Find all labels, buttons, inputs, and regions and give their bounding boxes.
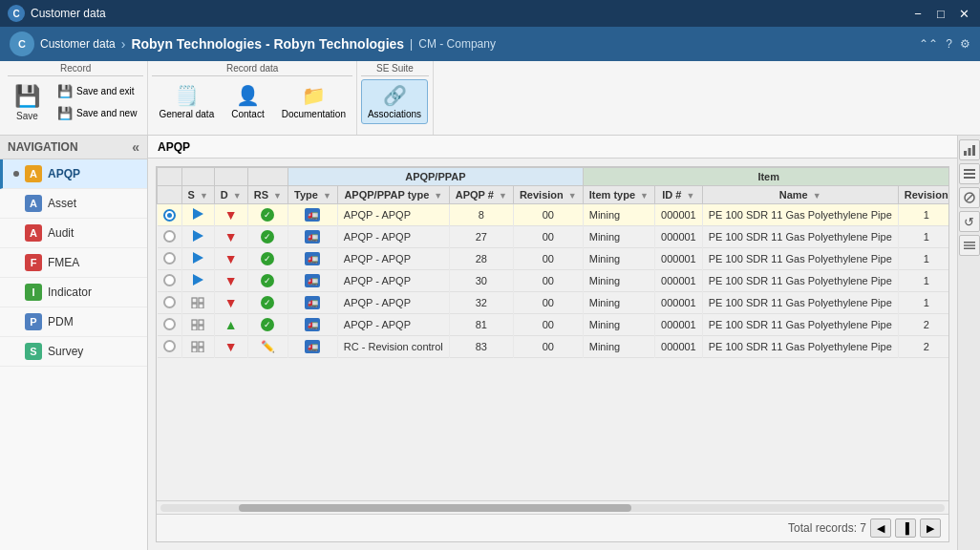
current-page-button[interactable]: ▐ <box>895 518 916 538</box>
sidebar-item-apqp[interactable]: A APQP <box>0 159 147 189</box>
cell-d: ▼ <box>214 292 247 314</box>
asset-icon: A <box>25 195 42 212</box>
close-button[interactable]: ✕ <box>955 5 972 22</box>
content-title: APQP <box>158 140 190 154</box>
table-wrapper: APQP/PPAP Item S ▼ D ▼ RS ▼ Type ▼ APQP <box>156 166 949 542</box>
right-tool-chart[interactable] <box>959 139 980 160</box>
sidebar-item-survey[interactable]: S Survey <box>0 337 147 367</box>
cell-name: PE 100 SDR 11 Gas Polyethylene Pipe <box>702 270 898 292</box>
cell-rs: ✓ <box>247 292 288 314</box>
table-row[interactable]: ▼ ✓ 🚛 APQP - APQP 28 00 Mining 000001 PE… <box>158 248 949 270</box>
documentation-icon: 📁 <box>302 84 326 107</box>
cell-apqp-num: 8 <box>449 204 513 226</box>
sidebar-item-fmea[interactable]: F FMEA <box>0 248 147 278</box>
scrollbar-thumb[interactable] <box>239 504 631 512</box>
table-row[interactable]: ▼ ✓ 🚛 APQP - APQP 27 00 Mining 000001 PE… <box>158 226 949 248</box>
cell-apqp-ppap-type: APQP - APQP <box>337 248 449 270</box>
record-data-group-title: Record data <box>152 63 352 76</box>
cell-sel[interactable] <box>158 270 182 292</box>
svg-rect-9 <box>199 342 203 347</box>
cell-revision: 00 <box>513 226 583 248</box>
cell-d: ▼ <box>214 248 247 270</box>
breadcrumb-settings-icon[interactable]: ⚙ <box>960 37 970 51</box>
cell-type: 🚛 <box>288 204 338 226</box>
contact-button[interactable]: 👤 Contact <box>224 79 270 124</box>
cell-d: ▼ <box>214 204 247 226</box>
fmea-icon: F <box>25 254 42 271</box>
cell-sel[interactable] <box>158 248 182 270</box>
general-data-icon: 🗒️ <box>175 84 199 107</box>
col-id-num[interactable]: ID # ▼ <box>655 186 703 204</box>
table-row[interactable]: ▼ ✓ 🚛 APQP - APQP 32 00 Mining 000001 PE… <box>158 292 949 314</box>
col-item-type[interactable]: Item type ▼ <box>583 186 654 204</box>
svg-rect-21 <box>964 244 975 246</box>
cell-revision: 00 <box>513 204 583 226</box>
right-tool-filter[interactable] <box>959 187 980 208</box>
sidebar-item-asset[interactable]: A Asset <box>0 189 147 219</box>
cell-id-num: 000001 <box>655 248 703 270</box>
cell-sel[interactable] <box>158 226 182 248</box>
right-tool-list[interactable] <box>959 163 980 184</box>
general-data-label: General data <box>159 109 214 119</box>
svg-rect-1 <box>199 298 203 303</box>
save-new-button[interactable]: 💾 Save and new <box>51 103 143 123</box>
table-row[interactable]: ▼ ✓ 🚛 APQP - APQP 30 00 Mining 000001 PE… <box>158 270 949 292</box>
breadcrumb-help-icon[interactable]: ? <box>946 37 952 51</box>
col-s[interactable]: S ▼ <box>181 186 214 204</box>
col-d[interactable]: D ▼ <box>214 186 247 204</box>
horizontal-scrollbar[interactable] <box>157 500 948 514</box>
sidebar: NAVIGATION « A APQP A Asset A Audit F FM… <box>0 136 148 550</box>
sidebar-item-pdm[interactable]: P PDM <box>0 307 147 337</box>
cell-sel[interactable] <box>158 292 182 314</box>
cell-item-type: Mining <box>583 248 654 270</box>
associations-button[interactable]: 🔗 Associations <box>361 79 428 124</box>
col-rs[interactable]: RS ▼ <box>247 186 288 204</box>
cell-sel[interactable] <box>158 204 182 226</box>
sidebar-collapse-button[interactable]: « <box>132 139 139 155</box>
table-row[interactable]: ▼ ✏️ 🚛 RC - Revision control 83 00 Minin… <box>158 336 949 358</box>
cell-sel[interactable] <box>158 314 182 336</box>
cell-item-revision: 1 <box>898 270 948 292</box>
maximize-button[interactable]: □ <box>932 5 949 22</box>
table-row[interactable]: ▼ ✓ 🚛 APQP - APQP 8 00 Mining 000001 PE … <box>158 204 949 226</box>
menu-icon <box>963 239 976 252</box>
content-wrapper: APQP APQP/PPAP <box>148 136 980 550</box>
cell-id-num: 000001 <box>655 226 703 248</box>
sidebar-item-audit[interactable]: A Audit <box>0 219 147 248</box>
documentation-button[interactable]: 📁 Documentation <box>275 79 352 124</box>
general-data-button[interactable]: 🗒️ General data <box>152 79 221 124</box>
save-exit-button[interactable]: 💾 Save and exit <box>51 81 143 101</box>
cell-apqp-num: 28 <box>449 248 513 270</box>
right-tool-refresh[interactable]: ↺ <box>959 211 980 232</box>
apqp-ppap-group-header: APQP/PPAP <box>288 168 584 186</box>
col-apqp-ppap-type[interactable]: APQP/PPAP type ▼ <box>337 186 449 204</box>
breadcrumb-nav-icon[interactable]: ⌃⌃ <box>919 37 938 51</box>
svg-rect-12 <box>964 151 967 156</box>
col-name[interactable]: Name ▼ <box>702 186 898 204</box>
col-apqp-num[interactable]: APQP # ▼ <box>449 186 513 204</box>
cell-name: PE 100 SDR 11 Gas Polyethylene Pipe <box>702 314 898 336</box>
table-row[interactable]: ▲ ✓ 🚛 APQP - APQP 81 00 Mining 000001 PE… <box>158 314 949 336</box>
breadcrumb-app[interactable]: Customer data <box>40 37 116 51</box>
save-button[interactable]: 💾 Save <box>8 79 47 126</box>
next-page-button[interactable]: ▶ <box>920 518 941 538</box>
col-revision[interactable]: Revision ▼ <box>513 186 583 204</box>
svg-rect-13 <box>968 148 970 156</box>
table-scroll[interactable]: APQP/PPAP Item S ▼ D ▼ RS ▼ Type ▼ APQP <box>157 167 948 500</box>
list-icon <box>963 167 976 180</box>
col-type[interactable]: Type ▼ <box>288 186 338 204</box>
right-tool-menu[interactable] <box>959 235 980 256</box>
associations-icon: 🔗 <box>383 84 407 107</box>
col-item-revision[interactable]: Revision <box>898 186 948 204</box>
total-records: Total records: 7 <box>788 521 866 535</box>
cell-sel[interactable] <box>158 336 182 358</box>
prev-page-button[interactable]: ◀ <box>870 518 891 538</box>
sidebar-item-indicator[interactable]: I Indicator <box>0 278 147 307</box>
svg-rect-11 <box>199 348 203 352</box>
cell-item-type: Mining <box>583 226 654 248</box>
right-tools-panel: ↺ <box>957 136 980 550</box>
cell-apqp-ppap-type: RC - Revision control <box>337 336 449 358</box>
active-indicator <box>13 171 19 177</box>
minimize-button[interactable]: − <box>909 5 927 22</box>
pdm-icon: P <box>25 313 42 330</box>
